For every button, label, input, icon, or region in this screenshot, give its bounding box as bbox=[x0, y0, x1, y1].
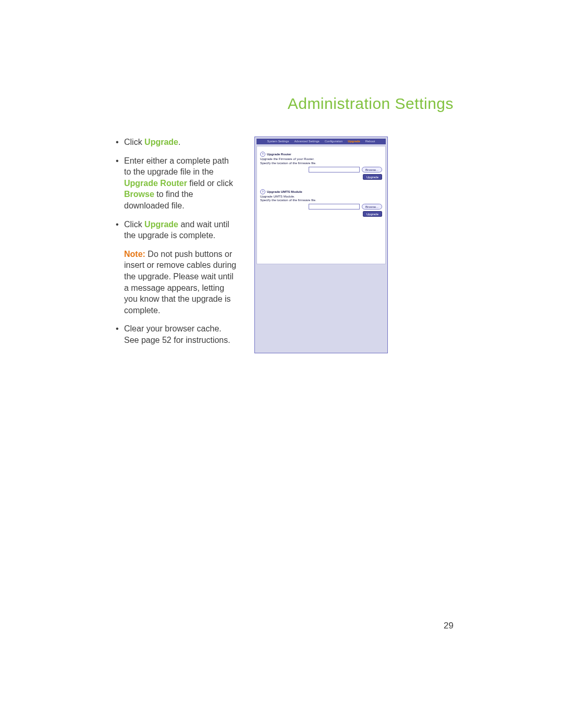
note-block: Note: Do not push buttons or insert or r… bbox=[116, 249, 238, 316]
firmware-path-input[interactable] bbox=[309, 204, 360, 209]
file-row: Browse... bbox=[260, 204, 382, 209]
title-text: Upgrade Router bbox=[267, 152, 291, 156]
section-line: Upgrade UMTS Module. bbox=[260, 194, 382, 199]
browse-keyword: Browse bbox=[124, 190, 154, 199]
upgrade-router-field: Upgrade Router bbox=[124, 179, 187, 188]
section-line: Upgrade the Firmware of your Router. bbox=[260, 157, 382, 161]
page-number: 29 bbox=[444, 621, 454, 631]
text: field or click bbox=[187, 179, 233, 188]
screenshot-column: System Settings Advanced Settings Config… bbox=[254, 137, 454, 353]
note-text: Do not push buttons or insert or remove … bbox=[124, 250, 236, 315]
tab-configuration[interactable]: Configuration bbox=[325, 140, 342, 143]
instruction-column: Click Upgrade. Enter either a complete p… bbox=[116, 137, 238, 353]
section-line: Specify the location of the firmware fil… bbox=[260, 198, 382, 202]
instruction-list: Click Upgrade. Enter either a complete p… bbox=[116, 137, 238, 241]
tab-upgrade[interactable]: Upgrade bbox=[348, 140, 360, 143]
router-admin-screenshot: System Settings Advanced Settings Config… bbox=[254, 137, 388, 353]
upgrade-keyword: Upgrade bbox=[144, 138, 178, 146]
bullet-click-upgrade: Click Upgrade. bbox=[116, 137, 238, 148]
spacer bbox=[260, 180, 382, 187]
bullet-clear-cache: Clear your browser cache. See page 52 fo… bbox=[116, 323, 238, 346]
section-title: ?Upgrade Router bbox=[260, 152, 382, 157]
upgrade-keyword: Upgrade bbox=[144, 220, 178, 229]
bullet-click-and-wait: Click Upgrade and wait until the upgrade… bbox=[116, 219, 238, 241]
router-tabs: System Settings Advanced Settings Config… bbox=[256, 139, 386, 144]
browse-button[interactable]: Browse... bbox=[362, 167, 382, 172]
document-page: Administration Settings Click Upgrade. E… bbox=[0, 0, 563, 728]
action-row: Upgrade bbox=[260, 211, 382, 217]
action-row: Upgrade bbox=[260, 174, 382, 180]
instruction-list-2: Clear your browser cache. See page 52 fo… bbox=[116, 323, 238, 346]
tab-reboot[interactable]: Reboot bbox=[365, 140, 375, 143]
firmware-path-input[interactable] bbox=[309, 167, 360, 172]
help-icon[interactable]: ? bbox=[260, 189, 265, 194]
section-line: Specify the location of the firmware fil… bbox=[260, 161, 382, 165]
body-columns: Click Upgrade. Enter either a complete p… bbox=[116, 137, 454, 353]
tab-advanced-settings[interactable]: Advanced Settings bbox=[294, 140, 319, 143]
bullet-enter-path: Enter either a complete path to the upgr… bbox=[116, 155, 238, 212]
text: Click bbox=[124, 220, 144, 229]
file-row: Browse... bbox=[260, 167, 382, 172]
text: Enter either a complete path to the upgr… bbox=[124, 156, 229, 177]
tab-system-settings[interactable]: System Settings bbox=[267, 140, 289, 143]
section-upgrade-router: ?Upgrade Router Upgrade the Firmware of … bbox=[260, 152, 382, 180]
upgrade-button[interactable]: Upgrade bbox=[363, 174, 382, 180]
browse-button[interactable]: Browse... bbox=[362, 204, 382, 209]
text: Click bbox=[124, 138, 144, 146]
upgrade-button[interactable]: Upgrade bbox=[363, 211, 382, 217]
page-title: Administration Settings bbox=[288, 95, 454, 113]
section-title: ?Upgrade UMTS Module bbox=[260, 189, 382, 194]
help-icon[interactable]: ? bbox=[260, 152, 265, 157]
text: . bbox=[178, 138, 180, 146]
title-text: Upgrade UMTS Module bbox=[267, 190, 302, 193]
router-pane: ?Upgrade Router Upgrade the Firmware of … bbox=[256, 146, 386, 264]
section-upgrade-umts: ?Upgrade UMTS Module Upgrade UMTS Module… bbox=[260, 189, 382, 217]
note-label: Note: bbox=[124, 250, 145, 258]
